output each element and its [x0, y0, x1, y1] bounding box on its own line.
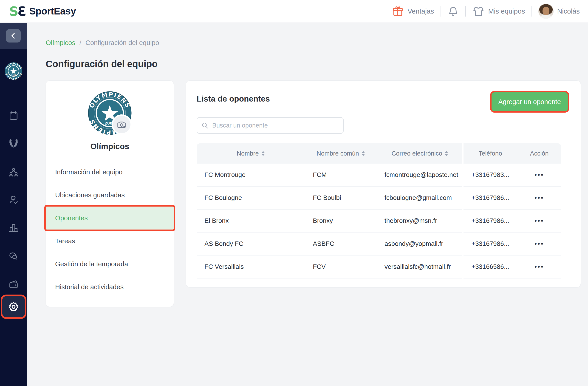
- menu-item-saved-locations[interactable]: Ubicaciones guardadas: [46, 184, 174, 207]
- cell-common-name: FC Boulbi: [305, 194, 377, 201]
- cell-name: FC Montrouge: [197, 171, 305, 178]
- wallet-icon: [8, 279, 19, 290]
- cell-email: asbondy@yopmail.fr: [377, 240, 463, 247]
- mis-equipos-button[interactable]: Mis equipos: [472, 5, 525, 18]
- team-name: Olímpicos: [46, 142, 174, 151]
- sidebar-item-calendar[interactable]: [8, 110, 19, 121]
- column-header-telefono: Teléfono: [463, 150, 518, 157]
- sort-icon: [361, 151, 365, 156]
- ventajas-button[interactable]: Ventajas: [392, 5, 434, 17]
- cell-phone: +33167986...: [463, 240, 518, 247]
- table-row: AS Bondy FC ASBFC asbondy@yopmail.fr +33…: [197, 233, 561, 256]
- bell-icon: [447, 5, 459, 17]
- mis-equipos-label: Mis equipos: [488, 7, 525, 15]
- sidebar-item-competition[interactable]: [8, 138, 19, 149]
- search-icon: [201, 122, 209, 129]
- table-row: El Bronx Bronxy thebronxy@msn.fr +331679…: [197, 210, 561, 233]
- person-check-icon: [8, 195, 19, 205]
- table-row: FC Boulogne FC Boulbi fcboulogne@gmail.c…: [197, 187, 561, 210]
- cell-name: FC Versaillais: [197, 263, 305, 270]
- table-row: FC Versaillais FCV versaillaisfc@hotmail…: [197, 256, 561, 279]
- sort-icon: [444, 151, 448, 156]
- breadcrumb-team-link[interactable]: Olímpicos: [46, 39, 75, 47]
- column-header-accion: Acción: [518, 150, 561, 157]
- svg-text:2002: 2002: [11, 74, 16, 76]
- sidebar-item-settings[interactable]: [1, 295, 26, 319]
- opponents-table: Nombre Nombre común Correo electrónico T…: [197, 143, 561, 279]
- cell-common-name: FCM: [305, 171, 377, 178]
- chat-icon: [8, 251, 19, 261]
- search-opponent-input[interactable]: [197, 117, 344, 134]
- sort-icon: [261, 151, 265, 156]
- opponents-card: Lista de oponentes Agregar un oponente N…: [186, 80, 581, 287]
- column-header-nombre[interactable]: Nombre: [197, 150, 305, 157]
- cell-name: AS Bondy FC: [197, 240, 305, 247]
- breadcrumb-current: Configuración del equipo: [85, 39, 159, 47]
- menu-item-tasks[interactable]: Tareas: [46, 230, 174, 253]
- cell-phone: +33167986...: [463, 194, 518, 201]
- sidebar-item-payments[interactable]: [8, 279, 19, 290]
- menu-item-team-info[interactable]: Información del equipo: [46, 161, 174, 184]
- bar-chart-icon: [8, 223, 19, 233]
- brand-logo[interactable]: SƐ SportEasy: [9, 5, 76, 18]
- user-menu[interactable]: Nicolás: [538, 4, 580, 19]
- menu-item-activity-history[interactable]: Historial de actividades: [46, 276, 174, 299]
- table-header-row: Nombre Nombre común Correo electrónico T…: [197, 143, 561, 164]
- add-opponent-button[interactable]: Agregar un oponente: [492, 92, 568, 111]
- cell-name: El Bronx: [197, 217, 305, 224]
- cell-name: FC Boulogne: [197, 194, 305, 201]
- cell-common-name: Bronxy: [305, 217, 377, 224]
- brand-name: SportEasy: [29, 6, 76, 17]
- cell-email: versaillaisfc@hotmail.fr: [377, 263, 463, 270]
- avatar: [538, 4, 554, 19]
- cell-email: thebronxy@msn.fr: [377, 217, 463, 224]
- chevron-left-icon: [10, 32, 17, 40]
- laurel-icon: [8, 138, 19, 149]
- row-actions-button[interactable]: •••: [518, 171, 561, 178]
- opponents-title: Lista de oponentes: [197, 94, 270, 103]
- gear-icon: [8, 301, 20, 313]
- calendar-icon: [8, 110, 19, 121]
- gift-icon: [392, 5, 404, 17]
- people-icon: [8, 167, 19, 178]
- cell-phone: +33167986...: [463, 217, 518, 224]
- cell-common-name: FCV: [305, 263, 377, 270]
- sidebar-team-badge[interactable]: OLYMPIENS OLYMPIENS 2002: [5, 62, 22, 80]
- sidebar-item-members[interactable]: [8, 167, 19, 178]
- row-actions-button[interactable]: •••: [518, 240, 561, 247]
- cell-email: fcboulogne@gmail.com: [377, 194, 463, 201]
- notifications-button[interactable]: [447, 5, 459, 17]
- ventajas-label: Ventajas: [407, 7, 434, 15]
- change-photo-button[interactable]: [112, 114, 132, 135]
- main-content: Olímpicos / Configuración del equipo Con…: [27, 23, 588, 386]
- breadcrumb: Olímpicos / Configuración del equipo: [46, 39, 588, 47]
- sidebar: OLYMPIENS OLYMPIENS 2002: [0, 23, 27, 386]
- column-header-correo[interactable]: Correo electrónico: [377, 150, 463, 157]
- camera-plus-icon: [117, 119, 127, 129]
- cell-phone: +33167983...: [463, 171, 518, 178]
- row-actions-button[interactable]: •••: [518, 194, 561, 201]
- user-name: Nicolás: [557, 7, 580, 15]
- sidebar-item-statistics[interactable]: [8, 222, 19, 234]
- sidebar-item-attendance[interactable]: [8, 195, 19, 206]
- column-header-nombre-comun[interactable]: Nombre común: [305, 150, 377, 157]
- brand-mark-icon: SƐ: [9, 5, 25, 18]
- row-actions-button[interactable]: •••: [518, 217, 561, 224]
- page-title: Configuración del equipo: [46, 59, 588, 69]
- top-header: SƐ SportEasy Ventajas: [0, 0, 588, 23]
- team-logo: OLYMPIENS OLYMPIENS 2002: [88, 91, 132, 135]
- pinned-column-separator: [462, 143, 463, 279]
- row-actions-button[interactable]: •••: [518, 263, 561, 270]
- menu-item-season-management[interactable]: Gestión de la temporada: [46, 253, 174, 276]
- header-divider: [441, 6, 441, 17]
- table-row: FC Montrouge FCM fcmontrouge@laposte.net…: [197, 164, 561, 187]
- menu-item-opponents[interactable]: Oponentes: [46, 207, 174, 230]
- cell-email: fcmontrouge@laposte.net: [377, 171, 463, 178]
- collapse-sidebar-button[interactable]: [6, 29, 21, 43]
- team-settings-card: OLYMPIENS OLYMPIENS 2002 Olímpicos: [46, 80, 174, 307]
- breadcrumb-separator: /: [80, 39, 81, 47]
- team-settings-menu: Información del equipo Ubicaciones guard…: [46, 161, 174, 299]
- cell-common-name: ASBFC: [305, 240, 377, 247]
- jersey-icon: [472, 5, 485, 18]
- sidebar-item-messages[interactable]: [8, 251, 19, 262]
